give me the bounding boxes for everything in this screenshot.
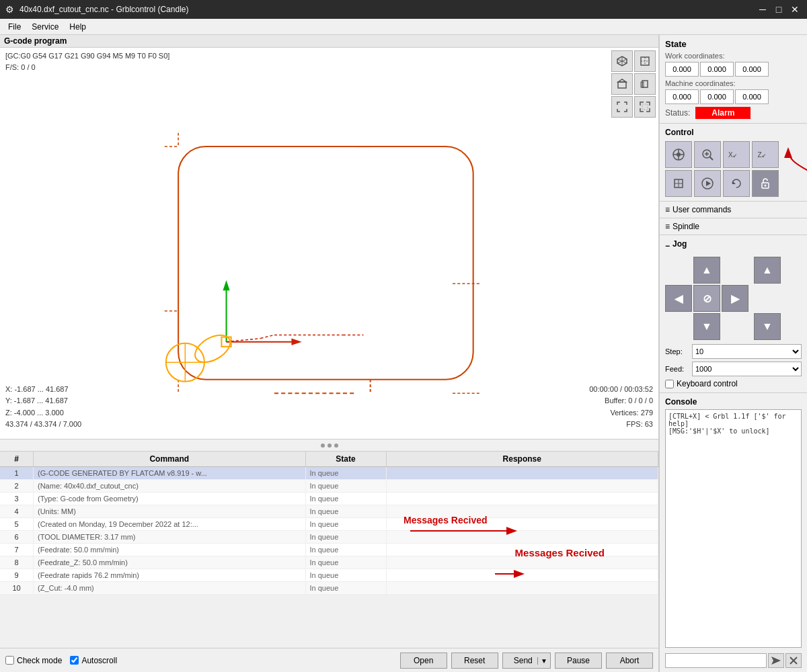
- title-bar: ⚙ 40x40.dxf_cutout_cnc.nc - Grblcontrol …: [0, 0, 807, 19]
- table-row[interactable]: 8 (Feedrate_Z: 50.0 mm/min) In queue: [0, 556, 658, 569]
- cell-state: In queue: [306, 569, 387, 581]
- reset-ctrl-button[interactable]: [723, 170, 750, 197]
- right-panel: State Work coordinates: Machine coordina…: [659, 35, 807, 672]
- table-row[interactable]: 7 (Feedrate: 50.0 mm/min) In queue: [0, 544, 658, 556]
- jog-z-plus-button[interactable]: ▲: [754, 257, 781, 284]
- menu-service[interactable]: Service: [26, 21, 64, 33]
- svg-rect-11: [642, 104, 648, 110]
- cell-state: In queue: [306, 544, 387, 556]
- jog-y-minus-button[interactable]: ▼: [693, 313, 720, 340]
- cell-response: [387, 582, 659, 594]
- jog-x-minus-button[interactable]: ◀: [665, 285, 692, 312]
- jog-center-button[interactable]: ⊘: [693, 285, 720, 312]
- table-row[interactable]: 1 (G-CODE GENERATED BY FLATCAM v8.919 - …: [0, 467, 658, 480]
- svg-line-47: [710, 157, 714, 161]
- table-row[interactable]: 10 (Z_Cut: -4.0 mm) In queue: [0, 582, 658, 595]
- menu-icon: ≡: [665, 205, 670, 214]
- table-row[interactable]: 5 (Created on Monday, 19 December 2022 a…: [0, 518, 658, 531]
- viewport-toolbar: [611, 50, 656, 118]
- check-mode-label: Check mode: [17, 656, 62, 665]
- jog-z-minus-button[interactable]: ▼: [754, 313, 781, 340]
- cell-response: [387, 544, 659, 556]
- col-header-state: State: [306, 452, 387, 466]
- autoscroll-checkbox[interactable]: [70, 656, 79, 665]
- cell-state: In queue: [306, 531, 387, 543]
- gcode-section-title: G-code program: [0, 35, 658, 48]
- machine-y-input[interactable]: [700, 89, 734, 104]
- zoom-button[interactable]: [694, 141, 721, 168]
- spindle-menu-icon: ≡: [665, 222, 670, 231]
- view-side-button[interactable]: [634, 73, 656, 95]
- fit-all-button[interactable]: [611, 96, 633, 118]
- run-button[interactable]: [694, 170, 721, 197]
- cell-num: 3: [0, 493, 34, 505]
- cell-num: 1: [0, 467, 34, 479]
- machine-x-input[interactable]: [665, 89, 699, 104]
- reset-button[interactable]: Reset: [451, 653, 498, 669]
- canvas-svg: [0, 48, 658, 451]
- jog-title: Jog: [672, 239, 687, 249]
- console-clear-button[interactable]: [785, 653, 802, 668]
- table-row[interactable]: 3 (Type: G-code from Geometry) In queue: [0, 493, 658, 505]
- cell-state: In queue: [306, 480, 387, 492]
- table-row[interactable]: 4 (Units: MM) In queue: [0, 505, 658, 518]
- probe-button[interactable]: [665, 170, 692, 197]
- jog-empty-tl: [665, 257, 692, 284]
- cell-cmd: (TOOL DIAMETER: 3.17 mm): [34, 531, 306, 543]
- view-top-button[interactable]: [634, 50, 656, 72]
- view-front-button[interactable]: [611, 73, 633, 95]
- cell-num: 10: [0, 582, 34, 594]
- table-row[interactable]: 9 (Feedrate rapids 76.2 mm/min) In queue: [0, 569, 658, 582]
- cell-response: [387, 556, 659, 569]
- jog-x-plus-button[interactable]: ▶: [722, 285, 748, 312]
- menu-help[interactable]: Help: [64, 21, 91, 33]
- maximize-button[interactable]: □: [772, 3, 785, 16]
- console-input-field[interactable]: [665, 653, 767, 668]
- cell-cmd: (Z_Cut: -4.0 mm): [34, 582, 306, 594]
- work-z-input[interactable]: [735, 62, 769, 77]
- table-row[interactable]: 2 (Name: 40x40.dxf_cutout_cnc) In queue: [0, 480, 658, 493]
- send-button[interactable]: Send ▼: [502, 653, 551, 669]
- menu-file[interactable]: File: [3, 21, 26, 33]
- feed-select[interactable]: 1000 500 200: [692, 362, 802, 376]
- svg-rect-12: [0, 78, 658, 421]
- minimize-button[interactable]: ─: [756, 3, 769, 16]
- fit-selection-button[interactable]: [634, 96, 656, 118]
- state-section: State Work coordinates: Machine coordina…: [660, 35, 807, 124]
- machine-z-input[interactable]: [735, 89, 769, 104]
- table-row[interactable]: 6 (TOOL DIAMETER: 3.17 mm) In queue: [0, 531, 658, 544]
- view-3d-button[interactable]: [611, 50, 633, 72]
- abort-button[interactable]: Abort: [606, 653, 653, 669]
- spindle-header[interactable]: ≡ Spindle: [660, 218, 807, 235]
- cell-state: In queue: [306, 467, 387, 479]
- jog-y-plus-button[interactable]: ▲: [693, 257, 720, 284]
- coords-info: X: -1.687 ... 41.687 Y: -1.687 ... 41.68…: [5, 384, 81, 431]
- menu-bar: File Service Help: [0, 19, 807, 35]
- home-button[interactable]: [665, 141, 692, 168]
- svg-marker-8: [618, 79, 626, 82]
- check-mode-checkbox[interactable]: [5, 656, 14, 665]
- zero-xy-button[interactable]: X↙: [723, 141, 750, 168]
- pause-button[interactable]: Pause: [555, 653, 602, 669]
- work-x-input[interactable]: [665, 62, 699, 77]
- close-button[interactable]: ✕: [788, 3, 802, 16]
- cell-cmd: (G-CODE GENERATED BY FLATCAM v8.919 - w.…: [34, 467, 306, 479]
- cell-cmd: (Type: G-code from Geometry): [34, 493, 306, 505]
- jog-collapse-btn[interactable]: −: [665, 241, 670, 251]
- console-send-button[interactable]: [768, 653, 784, 668]
- jog-section: − Jog ▲ ◀ ⊘ ▶ ▼: [660, 235, 807, 393]
- work-y-input[interactable]: [700, 62, 734, 77]
- jog-z-grid: ▲ ▼: [754, 257, 781, 340]
- feed-label: Feed:: [665, 365, 692, 373]
- step-select[interactable]: 10 1 0.1 0.01: [692, 344, 802, 359]
- cell-response: [387, 531, 659, 543]
- open-button[interactable]: Open: [400, 653, 447, 669]
- jog-z-empty: [754, 285, 781, 312]
- table-body: 1 (G-CODE GENERATED BY FLATCAM v8.919 - …: [0, 467, 658, 648]
- autoscroll-label: Autoscroll: [81, 656, 117, 665]
- table-header: # Command State Response: [0, 452, 658, 467]
- svg-point-41: [677, 153, 681, 157]
- user-commands-header[interactable]: ≡ User commands: [660, 202, 807, 218]
- cell-num: 7: [0, 544, 34, 556]
- keyboard-control-checkbox[interactable]: [665, 380, 674, 388]
